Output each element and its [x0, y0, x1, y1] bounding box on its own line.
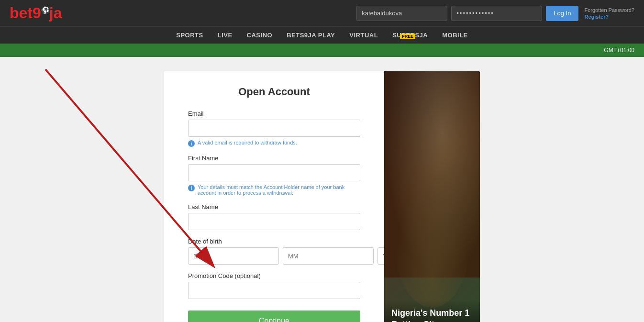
- nav-sports[interactable]: SPORTS: [176, 32, 203, 39]
- info-icon-2: i: [188, 185, 195, 191]
- dob-group: Date of birth: [188, 238, 360, 265]
- forgotten-password-link[interactable]: Forgotten Password?: [584, 7, 634, 13]
- open-account-form: Open Account Email i A valid email is re…: [164, 71, 384, 322]
- logo-soccer-icon: ⚽: [41, 6, 49, 14]
- dob-label: Date of birth: [188, 238, 360, 245]
- last-name-group: Last Name: [188, 203, 360, 230]
- logo-bet: bet: [10, 4, 33, 22]
- free-badge: FREE: [400, 33, 415, 39]
- timezone-label: GMT+01:00: [604, 47, 634, 54]
- promo-title: Nigeria's Number 1 Betting Site: [391, 308, 473, 322]
- dob-inputs: [188, 247, 360, 265]
- main-nav: SPORTS LIVE CASINO BETS9JA PLAY VIRTUAL …: [0, 26, 644, 44]
- first-name-info-text: Your details must match the Account Hold…: [198, 184, 360, 196]
- nav-betsja-play[interactable]: BETS9JA PLAY: [287, 32, 335, 39]
- password-input[interactable]: [451, 6, 542, 21]
- logo-9: 9: [33, 4, 41, 22]
- email-input[interactable]: [188, 120, 360, 137]
- header-links: Forgotten Password? Register?: [584, 7, 634, 20]
- last-name-input[interactable]: [188, 213, 360, 230]
- site-header: bet9⚽ja Log In Forgotten Password? Regis…: [0, 0, 644, 26]
- nav-supersja-wrapper: FREE SUPERSJA: [392, 32, 428, 39]
- info-icon: i: [188, 140, 195, 147]
- header-login-area: Log In Forgotten Password? Register?: [356, 6, 634, 21]
- person-silhouette: [394, 174, 470, 308]
- promo-text-block: Nigeria's Number 1 Betting Site Winners …: [384, 300, 480, 322]
- logo: bet9⚽ja: [10, 4, 62, 22]
- dob-mm-input[interactable]: [283, 247, 374, 265]
- dob-dd-input[interactable]: [188, 247, 279, 265]
- promo-panel: Nigeria's Number 1 Betting Site Winners …: [384, 71, 480, 322]
- first-name-input[interactable]: [188, 164, 360, 181]
- nav-casino[interactable]: CASINO: [247, 32, 273, 39]
- nav-virtual[interactable]: VIRTUAL: [349, 32, 378, 39]
- form-title: Open Account: [188, 86, 360, 98]
- email-group: Email i A valid email is required to wit…: [188, 110, 360, 147]
- first-name-info: i Your details must match the Account Ho…: [188, 184, 360, 196]
- first-name-group: First Name i Your details must match the…: [188, 155, 360, 196]
- email-label: Email: [188, 110, 360, 117]
- main-content: Open Account Email i A valid email is re…: [0, 57, 644, 322]
- continue-button[interactable]: Continue: [188, 311, 360, 322]
- promo-group: Promotion Code (optional): [188, 272, 360, 299]
- promo-label: Promotion Code (optional): [188, 272, 360, 279]
- email-info-text: A valid email is required to withdraw fu…: [198, 140, 297, 145]
- green-bar: GMT+01:00: [0, 44, 644, 57]
- nav-live[interactable]: LIVE: [218, 32, 233, 39]
- email-info: i A valid email is required to withdraw …: [188, 140, 360, 147]
- login-button[interactable]: Log In: [546, 6, 578, 21]
- first-name-label: First Name: [188, 155, 360, 162]
- nav-mobile[interactable]: MOBILE: [442, 32, 468, 39]
- register-link[interactable]: Register?: [584, 14, 609, 20]
- logo-ja: ja: [49, 4, 62, 22]
- last-name-label: Last Name: [188, 203, 360, 211]
- promo-input[interactable]: [188, 282, 360, 299]
- username-input[interactable]: [356, 6, 447, 21]
